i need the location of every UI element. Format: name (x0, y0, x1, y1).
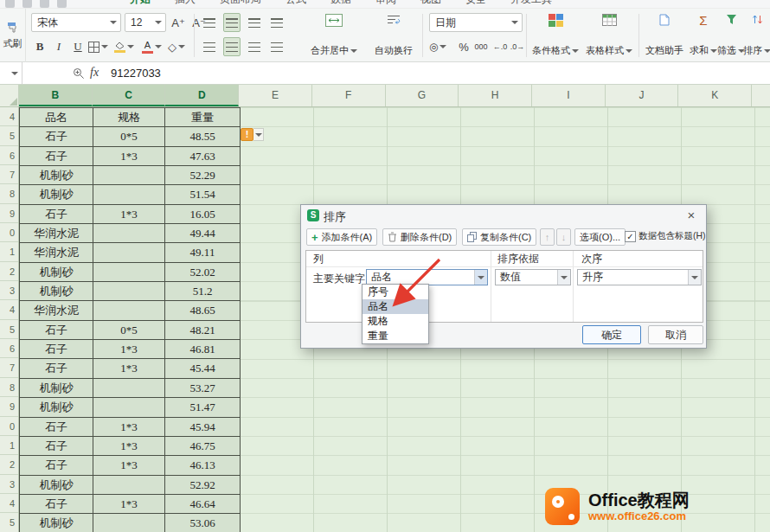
has-header-checkbox[interactable]: ✓ 数据包含标题(H) (625, 230, 706, 242)
table-cell[interactable]: 石子 (20, 147, 93, 166)
table-cell[interactable]: 1*3 (93, 456, 165, 475)
wrap-text-button[interactable]: 自动换行 (370, 11, 417, 60)
column-header-K[interactable]: K (678, 85, 752, 106)
table-cell[interactable]: 46.75 (165, 437, 241, 456)
table-cell[interactable]: 46.81 (165, 340, 241, 359)
column-header-G[interactable]: G (386, 85, 459, 106)
error-check-smarttag[interactable]: ! (241, 128, 264, 141)
table-cell[interactable] (93, 282, 165, 301)
delete-condition-button[interactable]: 删除条件(D) (382, 228, 457, 246)
table-cell[interactable] (93, 185, 165, 204)
decrease-decimal-button[interactable]: .0→ (509, 37, 526, 56)
insert-function-button[interactable]: fx (90, 66, 99, 80)
table-cell[interactable]: 51.54 (165, 185, 241, 204)
table-cell[interactable]: 机制砂 (20, 476, 93, 495)
sum-button[interactable]: Σ 求和 (689, 11, 718, 60)
column-header-D[interactable]: D (165, 85, 239, 106)
align-center-button[interactable] (223, 37, 241, 56)
row-header[interactable]: 5 (0, 126, 18, 145)
clear-format-button[interactable]: ◇ (168, 37, 185, 56)
table-cell[interactable]: 华润水泥 (20, 243, 93, 262)
close-icon[interactable]: × (683, 208, 699, 222)
table-cell[interactable] (93, 398, 165, 417)
table-cell[interactable]: 0*5 (93, 321, 165, 340)
italic-button[interactable]: I (50, 37, 67, 56)
row-header[interactable]: 2 (0, 262, 18, 281)
undo-icon[interactable] (40, 0, 49, 8)
underline-button[interactable]: U (69, 37, 87, 56)
column-header-C[interactable]: C (93, 85, 166, 106)
row-header[interactable]: 8 (0, 378, 18, 397)
filter-button[interactable]: 筛选 (718, 11, 744, 60)
table-cell[interactable]: 49.44 (165, 224, 241, 243)
table-cell[interactable] (93, 379, 165, 398)
row-header[interactable]: 9 (0, 397, 18, 416)
table-cell[interactable] (93, 476, 165, 495)
table-cell[interactable]: 52.02 (165, 263, 241, 282)
row-header[interactable]: 1 (0, 436, 18, 455)
tab-页面布局[interactable]: 页面布局 (220, 0, 261, 9)
table-cell[interactable]: 机制砂 (20, 263, 93, 282)
table-cell[interactable]: 1*3 (93, 340, 165, 359)
table-cell[interactable]: 46.64 (165, 495, 241, 514)
align-bottom-button[interactable] (246, 13, 263, 32)
table-cell[interactable] (93, 243, 165, 262)
table-cell[interactable]: 53.27 (165, 379, 241, 398)
row-header[interactable]: 9 (0, 204, 18, 223)
conditional-format-button[interactable]: 条件格式 (529, 11, 581, 60)
tab-审阅[interactable]: 审阅 (375, 0, 396, 9)
name-box[interactable] (0, 62, 22, 84)
row-header[interactable]: 1 (0, 242, 18, 261)
tab-视图[interactable]: 视图 (420, 0, 441, 9)
table-cell[interactable]: 51.2 (165, 282, 241, 301)
table-cell[interactable] (93, 224, 165, 243)
row-header[interactable]: 4 (0, 300, 18, 319)
table-cell[interactable]: 51.47 (165, 398, 241, 417)
tab-公式[interactable]: 公式 (286, 0, 306, 9)
table-cell[interactable]: 0*5 (93, 127, 165, 146)
table-cell[interactable]: 机制砂 (20, 398, 93, 417)
row-header[interactable]: 8 (0, 184, 18, 203)
number-format-combo[interactable]: 日期 (429, 13, 523, 32)
indent-button[interactable] (268, 37, 286, 56)
magnifier-icon[interactable] (73, 67, 85, 80)
table-cell[interactable]: 机制砂 (20, 166, 93, 185)
add-condition-button[interactable]: +添加条件(A) (306, 228, 377, 246)
merge-center-button[interactable]: 合并居中 (301, 11, 367, 60)
row-header[interactable]: 2 (0, 455, 18, 474)
table-cell[interactable]: 机制砂 (20, 282, 93, 301)
move-down-button[interactable]: ↓ (556, 228, 571, 246)
increase-font-button[interactable]: A⁺ (170, 13, 187, 32)
table-cell[interactable]: 45.44 (165, 359, 241, 378)
table-cell[interactable]: 石子 (20, 205, 93, 224)
row-header[interactable]: 4 (0, 494, 18, 513)
table-cell[interactable]: 1*3 (93, 147, 165, 166)
table-cell[interactable]: 石子 (20, 495, 93, 514)
table-cell[interactable]: 机制砂 (20, 514, 93, 532)
dialog-title-bar[interactable]: S 排序 × (301, 205, 706, 226)
column-header-I[interactable]: I (532, 85, 606, 106)
table-cell[interactable]: 49.11 (165, 243, 241, 262)
row-header[interactable]: 4 (0, 107, 18, 126)
column-header-F[interactable]: F (312, 85, 386, 106)
row-header[interactable]: 6 (0, 339, 18, 358)
table-cell[interactable]: 华润水泥 (20, 224, 93, 243)
sort-basis-combo[interactable]: 数值 (495, 269, 571, 285)
column-header-J[interactable]: J (606, 85, 679, 106)
table-cell[interactable]: 1*3 (93, 359, 165, 378)
tab-开始[interactable]: 开始 (130, 0, 151, 9)
doc-assistant-button[interactable]: 文档助手 (642, 11, 687, 60)
table-cell[interactable]: 52.29 (165, 166, 241, 185)
table-header-cell[interactable]: 品名 (20, 108, 93, 127)
table-style-button[interactable]: 表格样式 (583, 11, 635, 60)
formula-value[interactable]: 91227033 (111, 67, 161, 80)
font-size-combo[interactable]: 12 (125, 13, 166, 32)
row-header[interactable]: 0 (0, 223, 18, 242)
table-cell[interactable]: 石子 (20, 456, 93, 475)
column-header-B[interactable]: B (19, 85, 93, 106)
table-cell[interactable]: 48.65 (165, 301, 241, 320)
table-cell[interactable]: 1*3 (93, 418, 165, 437)
tab-安全[interactable]: 安全 (465, 0, 486, 9)
table-header-cell[interactable]: 规格 (93, 108, 165, 127)
table-cell[interactable]: 石子 (20, 359, 93, 378)
